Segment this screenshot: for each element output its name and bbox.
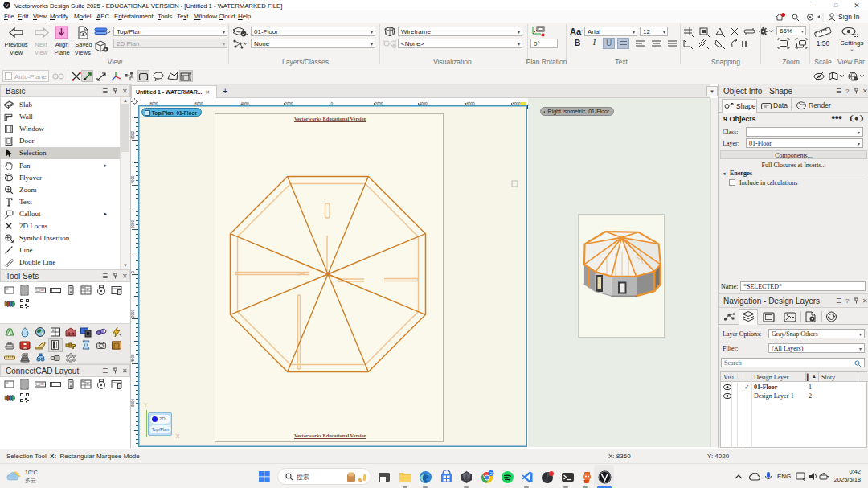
svg-text:6000: 6000 [131,130,135,139]
svg-text:4000: 4000 [131,175,135,184]
svg-text:2000: 2000 [131,219,135,228]
svg-text:2: 2 [489,471,492,476]
svg-text:V: V [5,3,8,8]
svg-text:2000: 2000 [131,309,135,318]
svg-text:6000: 6000 [131,398,135,407]
svg-text:0: 0 [131,271,135,273]
svg-text:4000: 4000 [131,354,135,363]
